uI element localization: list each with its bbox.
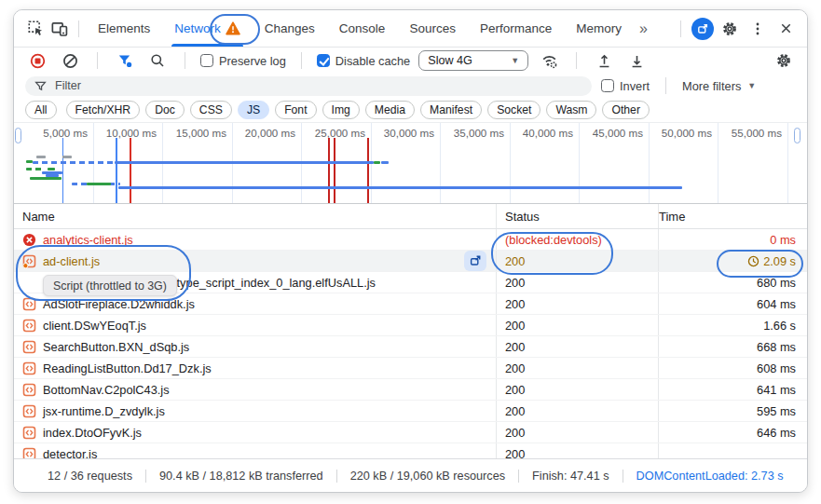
settings-gear-icon[interactable] <box>772 48 796 73</box>
import-har-icon[interactable] <box>592 48 616 73</box>
request-status: 200 <box>505 319 525 333</box>
inspect-icon[interactable] <box>23 17 48 41</box>
tab-memory[interactable]: Memory <box>564 10 634 47</box>
chip-fetch-xhr[interactable]: Fetch/XHR <box>66 101 141 119</box>
table-row[interactable]: index.DtoOFyvK.js200646 ms <box>14 422 807 443</box>
timeline-tick-label: 25,000 ms <box>296 127 365 139</box>
chip-other[interactable]: Other <box>602 101 649 119</box>
checkbox-unchecked[interactable] <box>601 79 614 92</box>
table-row[interactable]: ReadingListButton.Dd17_Dzk.js200608 ms <box>14 358 807 379</box>
network-conditions-icon[interactable] <box>537 48 561 73</box>
panel-layout-icon[interactable] <box>691 18 714 40</box>
more-filters-button[interactable]: More filters ▼ <box>682 79 756 93</box>
request-status: 200 <box>505 404 525 418</box>
request-status: 200 <box>505 297 525 311</box>
timeline-tick-label: 50,000 ms <box>643 127 712 139</box>
kebab-menu-icon[interactable] <box>746 17 770 41</box>
chip-img[interactable]: Img <box>322 101 360 119</box>
search-icon[interactable] <box>145 48 170 73</box>
table-row[interactable]: detector.js200 <box>14 443 807 459</box>
cell-time: 646 ms <box>658 422 807 443</box>
cell-time: 668 ms <box>658 336 807 357</box>
cell-status: 200 <box>496 293 658 314</box>
table-row[interactable]: client.DSwYEoqT.js2001.66 s <box>14 315 807 336</box>
table-row[interactable]: jsx-runtime.D_zvdylk.js200595 ms <box>14 401 807 422</box>
more-filters-label: More filters <box>682 79 741 93</box>
filter-funnel-icon[interactable] <box>113 48 137 73</box>
request-time: 646 ms <box>757 426 796 440</box>
tab-changes[interactable]: Changes <box>253 10 327 47</box>
filter-input-wrap[interactable] <box>25 76 592 96</box>
devtools-window: ElementsNetworkChangesConsoleSourcesPerf… <box>13 9 808 493</box>
timeline-event-line <box>334 138 335 203</box>
tab-network[interactable]: Network <box>162 10 253 47</box>
preserve-log-label: Preserve log <box>219 54 286 68</box>
chip-all[interactable]: All <box>25 101 57 119</box>
cell-status: 200 <box>496 422 658 443</box>
network-overview-timeline[interactable]: 5,000 ms10,000 ms15,000 ms20,000 ms25,00… <box>14 122 807 204</box>
timeline-event-line <box>62 138 63 203</box>
column-header-status[interactable]: Status <box>496 204 658 228</box>
chip-font[interactable]: Font <box>275 101 316 119</box>
gear-icon[interactable] <box>718 17 742 41</box>
table-row[interactable]: ad-client.js2002.09 s <box>14 251 807 272</box>
more-tabs-button[interactable]: » <box>634 20 651 37</box>
chip-socket[interactable]: Socket <box>487 101 540 119</box>
open-in-panel-button[interactable] <box>464 251 486 271</box>
script-icon <box>22 340 36 354</box>
table-row[interactable]: analytics-client.js(blocked:devtools)0 m… <box>14 229 807 251</box>
preserve-log-checkbox[interactable]: Preserve log <box>200 54 286 68</box>
chip-manifest[interactable]: Manifest <box>420 101 482 119</box>
column-header-name[interactable]: Name <box>14 204 496 228</box>
cell-time: 604 ms <box>658 293 807 314</box>
cell-name: BottomNav.C2polC43.js <box>14 379 496 400</box>
chip-js[interactable]: JS <box>238 101 269 119</box>
requests-table-header: Name Status Time <box>14 204 807 229</box>
chip-doc[interactable]: Doc <box>145 101 185 119</box>
panel-tabs: ElementsNetworkChangesConsoleSourcesPerf… <box>86 10 634 47</box>
chip-css[interactable]: CSS <box>190 101 232 119</box>
table-row[interactable]: AdSlotFireplace.D2whiddk.js200604 ms <box>14 293 807 315</box>
export-har-icon[interactable] <box>624 48 649 73</box>
network-toolbar: Preserve log Disable cache Slow 4G ▼ <box>14 48 807 74</box>
waterfall-bar <box>26 168 45 170</box>
device-toolbar-icon[interactable] <box>48 17 72 41</box>
throttling-select[interactable]: Slow 4G ▼ <box>418 50 528 71</box>
filter-funnel-small-icon <box>34 80 47 92</box>
cell-time: 2.09 s <box>658 251 807 271</box>
request-time: 641 ms <box>757 383 796 397</box>
table-row[interactable]: SearchButton.BXN_dSqb.js200668 ms <box>14 336 807 358</box>
request-status: 200 <box>505 254 525 268</box>
checkbox-unchecked[interactable] <box>200 54 213 67</box>
overview-right-handle[interactable] <box>794 128 800 143</box>
tab-performance[interactable]: Performance <box>468 10 564 47</box>
request-name: ad-client.js <box>43 254 100 268</box>
checkbox-checked[interactable] <box>317 54 330 67</box>
timeline-event-line <box>130 138 131 203</box>
tab-label: Performance <box>480 21 552 35</box>
tab-elements[interactable]: Elements <box>86 10 162 47</box>
chip-media[interactable]: Media <box>365 101 415 119</box>
close-icon[interactable] <box>773 17 798 41</box>
waterfall-bar <box>118 186 682 189</box>
cell-name: ReadingListButton.Dd17_Dzk.js <box>14 358 496 378</box>
cell-name: ad-client.js <box>14 251 496 271</box>
invert-checkbox[interactable]: Invert <box>601 79 650 93</box>
tab-console[interactable]: Console <box>327 10 398 47</box>
cell-status: 200 <box>496 401 658 421</box>
summary-item: Finish: 47.41 s <box>518 470 623 483</box>
throttling-value: Slow 4G <box>428 54 472 67</box>
record-icon[interactable] <box>25 48 49 73</box>
chip-wasm[interactable]: Wasm <box>546 101 596 119</box>
table-row[interactable]: BottomNav.C2polC43.js200641 ms <box>14 379 807 401</box>
filter-input[interactable] <box>53 78 582 93</box>
request-status: 200 <box>505 447 525 460</box>
clear-icon[interactable] <box>58 48 82 73</box>
column-header-time[interactable]: Time <box>658 204 807 228</box>
tab-sources[interactable]: Sources <box>397 10 468 47</box>
clock-icon <box>747 255 759 267</box>
disable-cache-checkbox[interactable]: Disable cache <box>317 54 410 68</box>
disable-cache-label: Disable cache <box>335 54 410 68</box>
waterfall-bar <box>374 161 380 164</box>
request-time: 680 ms <box>757 276 796 290</box>
